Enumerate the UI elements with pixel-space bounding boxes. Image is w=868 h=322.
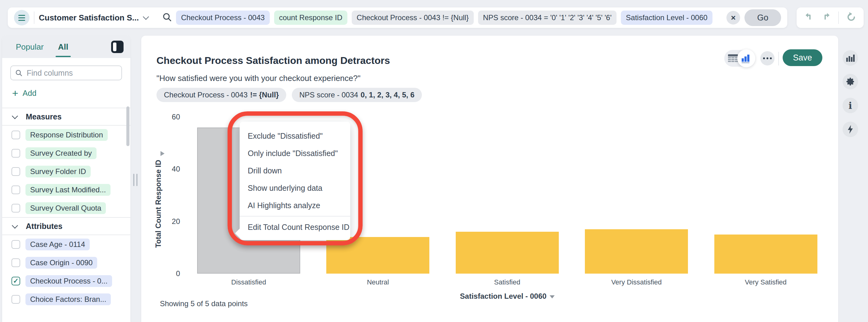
menu-item[interactable]: AI Highlights analyze — [240, 197, 350, 214]
clear-search-button[interactable]: × — [726, 11, 740, 25]
column-pill[interactable]: Checkout Process - 0... — [26, 275, 112, 287]
filter-chip-label: Checkout Process - 0043 — [164, 91, 247, 99]
list-item: Response Distribution — [2, 126, 130, 144]
history-divider — [838, 11, 839, 24]
find-columns-input[interactable] — [26, 68, 117, 78]
menu-item[interactable]: Show underlying data — [240, 179, 350, 197]
x-tick-label: Very Satisfied — [701, 278, 831, 286]
workspace-title: Customer Satisfaction S... — [39, 13, 139, 23]
y-tick-label: 60 — [164, 112, 180, 121]
filter-chip-value: != {Null} — [250, 91, 279, 99]
chevron-down-icon — [12, 113, 18, 119]
toolbar-divider — [34, 11, 34, 24]
section-header-measures[interactable]: Measures — [2, 108, 130, 125]
search-token[interactable]: Checkout Process - 0043 — [176, 10, 270, 25]
checkbox[interactable] — [11, 167, 20, 176]
more-options-button[interactable] — [760, 51, 775, 65]
x-tick-label: Satisfied — [443, 278, 572, 286]
list-item: ✓Checkout Process - 0... — [2, 272, 130, 290]
menu-item[interactable]: Exclude "Dissatisfied" — [240, 127, 350, 144]
y-tick-label: 0 — [164, 269, 180, 278]
context-menu: Exclude "Dissatisfied"Only include "Diss… — [240, 122, 350, 240]
column-pill[interactable]: Case Age - 0114 — [26, 238, 90, 250]
table-view-icon[interactable] — [728, 54, 738, 64]
app-window: Customer Satisfaction S... Checkout Proc… — [0, 0, 868, 322]
checkbox[interactable] — [11, 204, 20, 213]
bar-satisfied[interactable] — [456, 232, 559, 273]
bar-slot — [443, 117, 572, 273]
menu-icon[interactable] — [14, 10, 30, 26]
history-bar — [797, 7, 864, 28]
redo-icon[interactable] — [821, 11, 832, 24]
undo-icon[interactable] — [803, 11, 814, 24]
y-tick-label: 40 — [164, 165, 180, 173]
column-pill[interactable]: Survey Folder ID — [26, 166, 91, 178]
search-token[interactable]: Satisfaction Level - 0060 — [621, 10, 712, 25]
chevron-down-icon — [12, 222, 18, 229]
column-list: MeasuresResponse DistributionSurvey Crea… — [2, 108, 130, 308]
x-axis-dimension-selector[interactable]: Satisfaction Level - 0060 — [460, 292, 555, 300]
info-icon: i — [848, 100, 852, 111]
chart-subtitle: "How satisfied were you with your checko… — [156, 73, 361, 83]
filter-chip-row: Checkout Process - 0043 != {Null} NPS sc… — [156, 88, 422, 102]
search-token[interactable]: Checkout Process - 0043 != {Null} — [352, 10, 474, 25]
list-item: Case Origin - 0090 — [2, 253, 130, 272]
search-icon — [15, 69, 22, 77]
bar-chart-icon — [846, 54, 855, 62]
search-token-list: Checkout Process - 0043count Response ID… — [176, 10, 712, 25]
search-token[interactable]: NPS score - 0034 = '0' '1' '2' '3' '4' '… — [478, 10, 617, 25]
column-pill[interactable]: Case Origin - 0090 — [26, 257, 97, 269]
column-pill[interactable]: Survey Overall Quota — [26, 202, 106, 214]
refresh-icon[interactable] — [845, 11, 857, 24]
checkbox[interactable] — [11, 131, 20, 139]
x-axis-title: Satisfaction Level - 0060 — [460, 292, 547, 300]
section-title: Measures — [26, 112, 61, 121]
y-axis-title[interactable]: Total Count Response ID — [154, 160, 163, 248]
checkbox[interactable] — [11, 295, 20, 304]
sidebar-scrollbar[interactable] — [126, 106, 129, 146]
list-item: Survey Last Modified... — [2, 181, 130, 199]
add-label: Add — [23, 89, 36, 98]
tab-popular[interactable]: Popular — [16, 42, 44, 52]
filter-chip[interactable]: NPS score - 0034 0, 1, 2, 3, 4, 5, 6 — [292, 88, 422, 102]
data-points-note: Showing 5 of 5 data points — [160, 299, 248, 308]
menu-divider — [240, 216, 350, 217]
go-button[interactable]: Go — [744, 9, 781, 26]
checkbox[interactable] — [11, 258, 20, 267]
add-column-button[interactable]: + Add — [12, 88, 36, 98]
info-button[interactable]: i — [842, 98, 858, 113]
axis-sort-arrow-icon[interactable] — [160, 151, 164, 156]
section-header-attributes[interactable]: Attributes — [2, 218, 130, 234]
x-tick-label: Neutral — [313, 278, 442, 286]
column-pill[interactable]: Response Distribution — [26, 129, 108, 141]
checkbox[interactable] — [11, 149, 20, 158]
collapse-sidebar-icon[interactable] — [111, 41, 124, 53]
checkbox[interactable] — [11, 240, 20, 249]
checkbox[interactable]: ✓ — [11, 277, 20, 285]
chevron-down-icon[interactable] — [143, 14, 149, 20]
ai-actions-button[interactable] — [842, 122, 858, 137]
panel-resize-handle[interactable] — [133, 174, 137, 186]
search-token[interactable]: count Response ID — [274, 10, 347, 25]
bar-neutral[interactable] — [326, 237, 429, 273]
settings-button[interactable] — [842, 74, 858, 89]
column-pill[interactable]: Survey Created by — [26, 147, 97, 159]
menu-item[interactable]: Drill down — [240, 162, 350, 179]
chart-tools-button[interactable] — [842, 50, 858, 66]
filter-chip-value: 0, 1, 2, 3, 4, 5, 6 — [361, 91, 414, 99]
column-pill[interactable]: Survey Last Modified... — [26, 184, 111, 196]
menu-item[interactable]: Only include "Dissatisfied" — [240, 144, 350, 162]
filter-chip[interactable]: Checkout Process - 0043 != {Null} — [156, 88, 286, 102]
gear-icon — [846, 77, 855, 86]
x-tick-label: Dissatisfied — [184, 278, 313, 286]
save-button[interactable]: Save — [783, 49, 823, 66]
chart-view-icon[interactable] — [737, 49, 755, 67]
column-pill[interactable]: Choice Factors: Bran... — [26, 293, 111, 305]
checkbox[interactable] — [11, 186, 20, 194]
bar-very-satisfied[interactable] — [714, 234, 817, 273]
menu-item[interactable]: Edit Total Count Response ID — [240, 218, 350, 236]
list-item: Case Age - 0114 — [2, 235, 130, 253]
column-sidebar: Popular All + Add MeasuresResponse Distr… — [2, 36, 130, 322]
bar-very-dissatisfied[interactable] — [585, 229, 688, 273]
tab-all[interactable]: All — [58, 42, 68, 52]
